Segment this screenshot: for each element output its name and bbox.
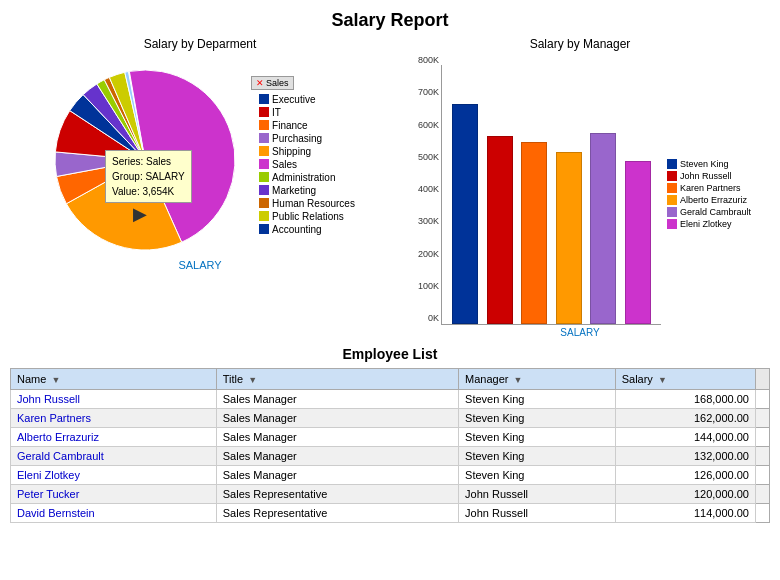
scrollbar-cell (756, 504, 770, 523)
y-axis-label: 100K (409, 281, 439, 291)
tooltip-value: Value: 3,654K (112, 184, 185, 199)
col-salary[interactable]: Salary ▼ (615, 369, 755, 390)
pie-chart-container: Series: Sales Group: SALARY Value: 3,654… (45, 55, 355, 257)
pie-legend-item: Marketing (259, 185, 355, 196)
pie-legend-item: Executive (259, 94, 355, 105)
tooltip-group: Group: SALARY (112, 169, 185, 184)
scrollbar-cell (756, 466, 770, 485)
pie-chart-title: Salary by Deparment (144, 37, 257, 51)
sales-badge-label: Sales (266, 78, 289, 88)
bar (450, 69, 481, 324)
tooltip-series: Series: Sales (112, 154, 185, 169)
y-axis-label: 400K (409, 184, 439, 194)
cell-manager: Steven King (459, 447, 616, 466)
col-title[interactable]: Title ▼ (216, 369, 458, 390)
cell-name: John Russell (11, 390, 217, 409)
name-link[interactable]: Gerald Cambrault (17, 450, 104, 462)
bar-fill (556, 152, 582, 324)
cell-name: Eleni Zlotkey (11, 466, 217, 485)
name-link[interactable]: David Bernstein (17, 507, 95, 519)
pie-legend-item: Administration (259, 172, 355, 183)
legend-label: Shipping (272, 146, 311, 157)
name-link[interactable]: Eleni Zlotkey (17, 469, 80, 481)
scrollbar-cell (756, 485, 770, 504)
scrollbar-cell (756, 428, 770, 447)
legend-label: Human Resources (272, 198, 355, 209)
bar-legend-item: John Russell (667, 171, 751, 181)
legend-color-box (259, 107, 269, 117)
cell-title: Sales Manager (216, 428, 458, 447)
bar-legend-item: Eleni Zlotkey (667, 219, 751, 229)
table-row: John Russell Sales Manager Steven King 1… (11, 390, 770, 409)
scrollbar-cell (756, 447, 770, 466)
name-link[interactable]: Alberto Errazuriz (17, 431, 99, 443)
bar-legend-box (667, 159, 677, 169)
name-link[interactable]: Karen Partners (17, 412, 91, 424)
legend-color-box (259, 224, 269, 234)
cell-name: Peter Tucker (11, 485, 217, 504)
cell-manager: Steven King (459, 409, 616, 428)
cell-salary: 168,000.00 (615, 390, 755, 409)
bar-x-label: SALARY (560, 327, 599, 338)
sort-title-icon: ▼ (248, 375, 257, 385)
table-row: Karen Partners Sales Manager Steven King… (11, 409, 770, 428)
employee-tbody: John Russell Sales Manager Steven King 1… (11, 390, 770, 523)
bar (484, 69, 515, 324)
legend-label: Finance (272, 120, 308, 131)
pie-legend-item: Finance (259, 120, 355, 131)
legend-label: IT (272, 107, 281, 118)
bar (553, 69, 584, 324)
bar-fill (487, 136, 513, 324)
legend-color-box (259, 133, 269, 143)
y-axis-label: 500K (409, 152, 439, 162)
cell-salary: 126,000.00 (615, 466, 755, 485)
cell-manager: John Russell (459, 504, 616, 523)
legend-color-box (259, 185, 269, 195)
pie-legend-item: Sales (259, 159, 355, 170)
legend-label: Purchasing (272, 133, 322, 144)
name-link[interactable]: Peter Tucker (17, 488, 79, 500)
cell-salary: 132,000.00 (615, 447, 755, 466)
pie-legend-item: Purchasing (259, 133, 355, 144)
bar-fill (590, 133, 616, 324)
bar-fill (521, 142, 547, 324)
sales-badge[interactable]: ✕ Sales (251, 76, 294, 90)
bar-fill (625, 161, 651, 324)
scrollbar-col (756, 369, 770, 390)
legend-color-box (259, 159, 269, 169)
bar-chart-title: Salary by Manager (530, 37, 631, 51)
table-row: Gerald Cambrault Sales Manager Steven Ki… (11, 447, 770, 466)
legend-color-box (259, 94, 269, 104)
cell-manager: Steven King (459, 428, 616, 447)
bar-legend-item: Steven King (667, 159, 751, 169)
legend-label: Sales (272, 159, 297, 170)
sort-name-icon: ▼ (51, 375, 60, 385)
y-axis-label: 700K (409, 87, 439, 97)
bar-fill (452, 104, 478, 324)
legend-color-box (259, 211, 269, 221)
cell-title: Sales Manager (216, 409, 458, 428)
name-link[interactable]: John Russell (17, 393, 80, 405)
legend-label: Accounting (272, 224, 321, 235)
cell-name: David Bernstein (11, 504, 217, 523)
bar-legend-label: Alberto Errazuriz (680, 195, 747, 205)
col-manager[interactable]: Manager ▼ (459, 369, 616, 390)
cell-manager: Steven King (459, 466, 616, 485)
pie-legend-item: Accounting (259, 224, 355, 235)
pie-chart-section: Salary by Deparment Series: Sales Group:… (10, 37, 390, 338)
table-row: Peter Tucker Sales Representative John R… (11, 485, 770, 504)
bar-legend-item: Karen Partners (667, 183, 751, 193)
sort-salary-icon: ▼ (658, 375, 667, 385)
bar-legend-box (667, 171, 677, 181)
cell-title: Sales Manager (216, 466, 458, 485)
y-axis: 0K100K200K300K400K500K600K700K800K (409, 55, 439, 325)
sales-badge-close[interactable]: ✕ (256, 78, 264, 88)
col-name[interactable]: Name ▼ (11, 369, 217, 390)
bar-legend-label: Gerald Cambrault (680, 207, 751, 217)
y-axis-label: 200K (409, 249, 439, 259)
bar (519, 69, 550, 324)
bar (622, 69, 653, 324)
cell-name: Karen Partners (11, 409, 217, 428)
pie-legend-item: IT (259, 107, 355, 118)
page-title: Salary Report (0, 0, 780, 37)
